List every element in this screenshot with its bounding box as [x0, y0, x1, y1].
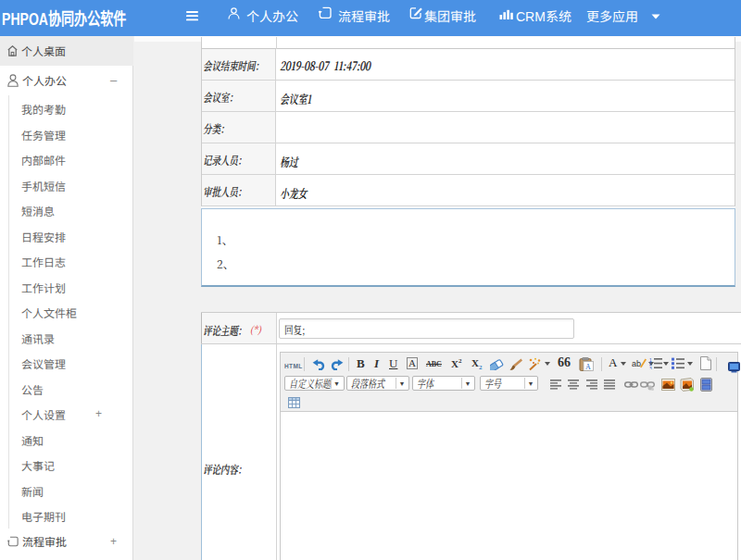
svg-text:3: 3	[649, 366, 652, 370]
svg-text:A: A	[585, 363, 591, 371]
svg-text:ab: ab	[632, 359, 641, 368]
